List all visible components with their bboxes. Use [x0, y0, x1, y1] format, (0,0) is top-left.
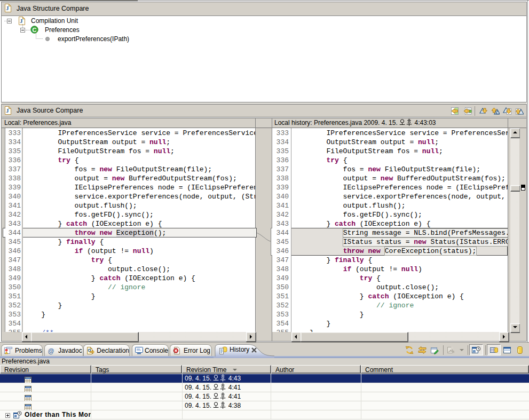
- svg-text:@: @: [48, 347, 54, 354]
- svg-text:J: J: [6, 107, 9, 114]
- svg-text:12: 12: [473, 350, 476, 353]
- svg-text:12: 12: [14, 415, 17, 418]
- svg-text:C: C: [32, 27, 36, 33]
- svg-text:J: J: [20, 18, 23, 24]
- svg-text:J: J: [6, 5, 9, 11]
